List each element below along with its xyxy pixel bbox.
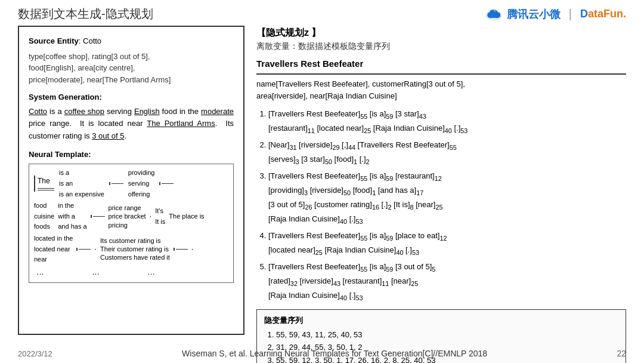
right-header: 【隐式规划z 】 离散变量：数据描述模板隐变量序列	[256, 26, 626, 53]
template-diagram: The is a is an is an expensive providing…	[29, 164, 234, 282]
portland-arms-text: The Portland Arms	[147, 119, 215, 128]
entity-data: type[coffee shop], rating[3 out of 5], f…	[29, 51, 234, 86]
tencent-logo: 腾讯云小微	[483, 7, 561, 21]
source-entity-value: : Cotto	[79, 36, 101, 45]
rating-text: 3 out of 5	[92, 131, 124, 140]
cotto-text: Cotto	[29, 107, 47, 116]
right-panel: 【隐式规划z 】 离散变量：数据描述模板隐变量序列 Travellers Res…	[256, 26, 626, 335]
latent-item: 55, 59, 43, 11, 25, 40, 53	[276, 329, 618, 341]
list-item: [Travellers Rest Beefeater]55 [is a]59 […	[268, 229, 626, 258]
english-text: English	[134, 107, 160, 116]
candidates-list: [Travellers Rest Beefeater]55 [is a]59 […	[256, 107, 626, 303]
page-number: 22	[617, 349, 626, 358]
footer-citation: Wiseman S, et al. Learning Neural Templa…	[182, 349, 487, 358]
left-panel: Source Entity: Cotto type[coffee shop], …	[18, 26, 244, 335]
beefeater-desc: name[Travellers Rest Beefeater], custome…	[256, 78, 626, 103]
logo-area: 腾讯云小微 | DataFun.	[483, 7, 626, 21]
list-item: [Travellers Rest Beefeater]55 [is a]59 […	[268, 170, 626, 227]
logo-divider: |	[569, 7, 572, 21]
list-item: [Travellers Rest Beefeater]55 [is a]59 […	[268, 260, 626, 303]
system-gen-text: Cotto is a coffee shop serving English f…	[29, 106, 234, 143]
header: 数据到文本生成-隐式规划 腾讯云小微 | DataFun.	[0, 0, 644, 26]
system-gen-label: System Generation:	[29, 91, 234, 103]
main-content: Source Entity: Cotto type[coffee shop], …	[0, 26, 644, 335]
datafun-logo: DataFun.	[580, 8, 626, 20]
coffee-shop-text: coffee shop	[64, 107, 104, 116]
neural-template-label: Neural Template:	[29, 149, 234, 161]
bracket-title: 【隐式规划z 】	[256, 26, 626, 40]
footer: 2022/3/12 Wiseman S, et al. Learning Neu…	[0, 349, 644, 358]
beefeater-title: Travellers Rest Beefeater	[256, 57, 626, 75]
page-title: 数据到文本生成-隐式规划	[18, 6, 153, 22]
footer-date: 2022/3/12	[18, 349, 52, 358]
source-entity-label: Source Entity	[29, 36, 79, 45]
moderate-text: moderate	[201, 107, 234, 116]
discrete-label: 离散变量：数据描述模板隐变量序列	[256, 40, 626, 53]
source-entity-row: Source Entity: Cotto	[29, 35, 234, 47]
cloud-icon	[483, 7, 504, 21]
list-item: [Travellers Rest Beefeater]55 [is a]59 […	[268, 107, 626, 136]
latent-title: 隐变量序列	[264, 315, 618, 327]
list-item: [Near]31 [riverside]29 [,]44 [Travellers…	[268, 139, 626, 167]
tencent-text: 腾讯云小微	[507, 7, 561, 21]
